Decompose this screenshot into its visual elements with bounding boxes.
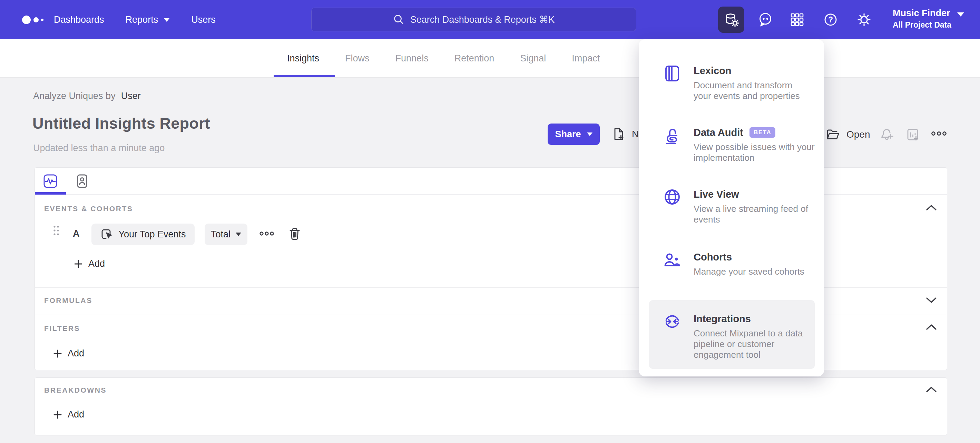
- breakdowns-card: BREAKDOWNS Add: [35, 378, 947, 435]
- menu-item-live-view[interactable]: Live View View a live streaming feed of …: [639, 187, 824, 225]
- mixpanel-app: Dashboards Reports Users Search Dashboar…: [0, 0, 980, 443]
- settings-gear-icon: [856, 12, 872, 28]
- reports-caret-icon: [164, 18, 170, 22]
- search-placeholder: Search Dashboards & Reports ⌘K: [410, 14, 555, 25]
- plus-icon: [73, 259, 83, 269]
- metrics-tab[interactable]: [43, 173, 58, 189]
- project-name: Music Finder: [893, 7, 951, 19]
- active-tab-indicator: [274, 75, 335, 77]
- data-management-button[interactable]: [718, 6, 744, 33]
- aggregation-selector[interactable]: Total: [205, 224, 247, 245]
- feedback-button[interactable]: [752, 6, 778, 33]
- formulas-expand-icon[interactable]: [925, 296, 938, 304]
- tab-signal[interactable]: Signal: [520, 53, 546, 64]
- tab-impact[interactable]: Impact: [572, 53, 600, 64]
- event-row-delete-button[interactable]: [288, 227, 302, 241]
- chart-plus-icon: [905, 127, 921, 142]
- share-caret-icon: [587, 132, 592, 136]
- metrics-tab-icon: [43, 173, 58, 189]
- aggregation-caret-icon: [236, 233, 241, 236]
- new-report-icon: [611, 127, 626, 141]
- data-management-icon: [723, 12, 739, 28]
- apps-grid-button[interactable]: [784, 6, 810, 33]
- add-filter-button[interactable]: Add: [53, 348, 84, 359]
- tab-insights[interactable]: Insights: [287, 53, 319, 64]
- top-nav: Dashboards Reports Users Search Dashboar…: [0, 0, 980, 39]
- bell-plus-icon: [880, 127, 895, 142]
- share-button[interactable]: Share: [547, 124, 600, 145]
- delete-icon: [288, 227, 302, 241]
- breakdowns-collapse-icon[interactable]: [925, 385, 938, 394]
- primary-nav: Dashboards Reports Users: [54, 0, 216, 39]
- nav-dashboards[interactable]: Dashboards: [54, 14, 104, 25]
- filters-section-label: FILTERS: [44, 324, 80, 333]
- menu-item-lexicon[interactable]: Lexicon Document and transform your even…: [639, 64, 824, 102]
- event-selector[interactable]: Your Top Events: [91, 224, 195, 245]
- beta-badge: BETA: [749, 127, 775, 138]
- updated-status: Updated less than a minute ago: [33, 143, 165, 154]
- create-alert-button[interactable]: [880, 127, 895, 142]
- events-section-label: EVENTS & COHORTS: [44, 205, 133, 213]
- search-input[interactable]: Search Dashboards & Reports ⌘K: [311, 8, 636, 32]
- event-icon: [100, 228, 113, 241]
- analysis-breadcrumb: Analyze Uniques byUser: [33, 91, 141, 102]
- data-audit-icon: [663, 125, 682, 145]
- data-management-menu: Lexicon Document and transform your even…: [639, 39, 824, 376]
- project-scope: All Project Data: [893, 19, 951, 30]
- event-row-more-button[interactable]: [259, 230, 274, 237]
- filters-collapse-icon[interactable]: [925, 323, 938, 331]
- nav-reports[interactable]: Reports: [126, 14, 170, 25]
- drag-handle[interactable]: [53, 225, 60, 236]
- breadcrumb-value[interactable]: User: [121, 91, 141, 101]
- add-event-button[interactable]: Add: [73, 259, 105, 269]
- feedback-icon: [757, 12, 773, 28]
- help-icon: ?: [822, 12, 838, 28]
- settings-button[interactable]: [851, 6, 877, 33]
- row-more-icon: [259, 230, 274, 237]
- apps-grid-icon: [789, 12, 805, 28]
- event-row-letter: A: [73, 229, 80, 239]
- nav-users[interactable]: Users: [191, 14, 216, 25]
- profiles-tab[interactable]: [75, 173, 90, 189]
- formulas-section-label: FORMULAS: [44, 296, 92, 305]
- plus-icon: [53, 410, 62, 419]
- svg-text:?: ?: [828, 15, 833, 24]
- page-title[interactable]: Untitled Insights Report: [32, 114, 210, 132]
- active-builder-tab-indicator: [35, 192, 66, 195]
- integrations-icon: [663, 312, 682, 331]
- mixpanel-logo[interactable]: [22, 0, 53, 39]
- search-icon: [393, 14, 405, 25]
- menu-item-data-audit[interactable]: Data Audit BETA View possible issues wit…: [639, 125, 824, 163]
- help-button[interactable]: ?: [818, 6, 844, 33]
- project-caret-icon[interactable]: [957, 17, 964, 23]
- live-view-icon: [663, 187, 682, 206]
- menu-item-integrations[interactable]: Integrations Connect Mixpanel to a data …: [639, 312, 824, 360]
- tab-retention[interactable]: Retention: [455, 53, 495, 64]
- cohorts-icon: [663, 250, 682, 270]
- breadcrumb-prefix: Analyze Uniques by: [33, 91, 116, 101]
- events-collapse-icon[interactable]: [925, 203, 938, 212]
- plus-icon: [53, 349, 62, 359]
- tab-flows[interactable]: Flows: [345, 53, 369, 64]
- add-breakdown-button[interactable]: Add: [53, 409, 84, 420]
- tab-funnels[interactable]: Funnels: [395, 53, 429, 64]
- menu-item-cohorts[interactable]: Cohorts Manage your saved cohorts: [639, 250, 824, 277]
- lexicon-icon: [663, 64, 682, 83]
- breakdowns-section-label: BREAKDOWNS: [44, 386, 107, 394]
- add-to-dashboard-button[interactable]: [905, 127, 921, 142]
- more-icon: [931, 130, 947, 137]
- more-actions-button[interactable]: [931, 130, 947, 137]
- profiles-tab-icon: [75, 173, 90, 189]
- project-switcher[interactable]: Music Finder All Project Data: [893, 7, 951, 30]
